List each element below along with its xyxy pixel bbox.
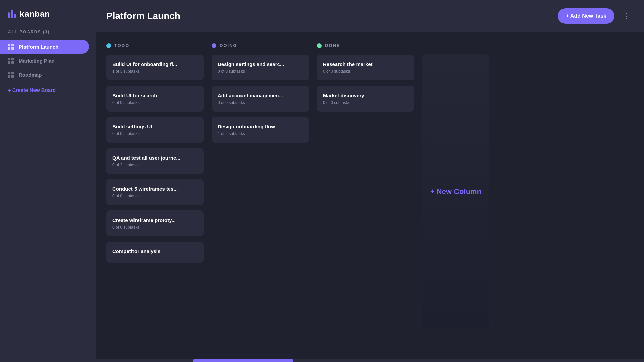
add-new-task-button[interactable]: + Add New Task	[558, 8, 614, 24]
task-title: Build settings UI	[112, 124, 198, 129]
page-title: Platform Launch	[106, 11, 180, 21]
task-card[interactable]: Create wireframe prototy...0 of 0 subtas…	[106, 210, 204, 236]
column-dot-todo	[106, 43, 111, 48]
column-header-doing: Doing	[212, 43, 309, 48]
task-card[interactable]: Design onboarding flow1 of 2 subtasks	[212, 117, 309, 143]
logo-area: kanban	[0, 0, 96, 29]
svg-rect-11	[11, 75, 14, 78]
task-subtasks: 0 of 0 subtasks	[112, 225, 198, 230]
task-card[interactable]: Competitor analysis	[106, 242, 204, 263]
column-done: DoneResearch the market0 of 0 subtasksMa…	[317, 43, 414, 117]
sidebar-item-platform-launch[interactable]: Platform Launch	[0, 40, 89, 54]
svg-rect-8	[8, 72, 10, 74]
svg-rect-4	[8, 58, 10, 60]
sidebar: kanban All Boards (3) Platform Launch Ma…	[0, 0, 96, 362]
task-card[interactable]: Build settings UI0 of 0 subtasks	[106, 117, 204, 143]
task-title: Conduct 5 wireframes tes...	[112, 186, 198, 192]
svg-rect-6	[8, 61, 10, 64]
svg-rect-0	[8, 44, 10, 46]
sidebar-item-label-platform-launch: Platform Launch	[19, 44, 58, 50]
column-dot-doing	[212, 43, 216, 48]
svg-rect-2	[8, 47, 10, 50]
column-doing: DoingDesign settings and searc...0 of 0 …	[212, 43, 309, 148]
task-card[interactable]: Conduct 5 wireframes tes...0 of 0 subtas…	[106, 179, 204, 205]
logo-bar-1	[8, 12, 10, 18]
task-title: Build UI for onboarding fl...	[112, 61, 198, 67]
main-content: Platform Launch + Add New Task ⋮ TodoBui…	[96, 0, 644, 362]
task-subtasks: 0 of 0 subtasks	[218, 69, 303, 74]
svg-rect-9	[11, 72, 14, 74]
task-card[interactable]: Build UI for search0 of 0 subtasks	[106, 86, 204, 112]
column-header-done: Done	[317, 43, 414, 48]
task-title: Market discovery	[323, 93, 408, 98]
logo-icon	[8, 10, 16, 18]
logo-bar-2	[11, 10, 13, 18]
board-icon-roadmap	[8, 72, 14, 78]
task-title: Build UI for search	[112, 93, 198, 98]
task-subtasks: 0 of 0 subtasks	[323, 69, 408, 74]
bottom-scrollbar	[96, 359, 644, 362]
task-card[interactable]: Market discovery0 of 0 subtasks	[317, 86, 414, 112]
svg-rect-10	[8, 75, 10, 78]
task-subtasks: 0 of 0 subtasks	[112, 194, 198, 198]
column-dot-done	[317, 43, 322, 48]
task-subtasks: 0 of 0 subtasks	[323, 100, 408, 105]
column-todo: TodoBuild UI for onboarding fl...1 of 3 …	[106, 43, 204, 268]
board-area: TodoBuild UI for onboarding fl...1 of 3 …	[96, 32, 644, 359]
task-card[interactable]: Design settings and searc...0 of 0 subta…	[212, 55, 309, 80]
task-title: Add account managemen...	[218, 93, 303, 98]
task-title: Create wireframe prototy...	[112, 217, 198, 223]
column-header-todo: Todo	[106, 43, 204, 48]
task-card[interactable]: Add account managemen...0 of 0 subtasks	[212, 86, 309, 112]
task-subtasks: 0 of 0 subtasks	[218, 100, 303, 105]
header-menu-button[interactable]: ⋮	[620, 10, 633, 22]
logo-text: kanban	[20, 9, 50, 19]
create-new-board-button[interactable]: + Create New Board	[0, 83, 96, 97]
task-subtasks: 1 of 2 subtasks	[218, 131, 303, 136]
task-subtasks: 0 of 0 subtasks	[112, 100, 198, 105]
task-title: Competitor analysis	[112, 248, 198, 254]
scrollbar-thumb	[193, 359, 293, 362]
task-subtasks: 0 of 0 subtasks	[112, 131, 198, 136]
task-card[interactable]: Build UI for onboarding fl...1 of 3 subt…	[106, 55, 204, 80]
column-title-done: Done	[325, 43, 340, 48]
board-icon-marketing-plan	[8, 58, 14, 64]
column-title-todo: Todo	[114, 43, 129, 48]
svg-rect-3	[11, 47, 14, 50]
task-subtasks: 0 of 2 subtasks	[112, 163, 198, 167]
task-title: Design settings and searc...	[218, 61, 303, 67]
board-icon-platform-launch	[8, 44, 14, 50]
svg-rect-7	[11, 61, 14, 64]
header: Platform Launch + Add New Task ⋮	[96, 0, 644, 32]
header-actions: + Add New Task ⋮	[558, 8, 633, 24]
column-title-doing: Doing	[220, 43, 237, 48]
task-title: Design onboarding flow	[218, 124, 303, 129]
sidebar-item-label-roadmap: Roadmap	[19, 72, 42, 78]
boards-section-label: All Boards (3)	[0, 29, 96, 40]
task-card[interactable]: Research the market0 of 0 subtasks	[317, 55, 414, 80]
svg-rect-5	[11, 58, 14, 60]
sidebar-item-roadmap[interactable]: Roadmap	[0, 68, 89, 82]
sidebar-item-marketing-plan[interactable]: Marketing Plan	[0, 54, 89, 68]
task-card[interactable]: QA and test all user journe...0 of 2 sub…	[106, 148, 204, 174]
task-title: Research the market	[323, 61, 408, 67]
task-title: QA and test all user journe...	[112, 155, 198, 161]
logo-bar-3	[14, 14, 16, 18]
sidebar-item-label-marketing-plan: Marketing Plan	[19, 58, 55, 64]
svg-rect-1	[11, 44, 14, 46]
new-column-button[interactable]: + New Column	[422, 54, 489, 329]
task-subtasks: 1 of 3 subtasks	[112, 69, 198, 74]
